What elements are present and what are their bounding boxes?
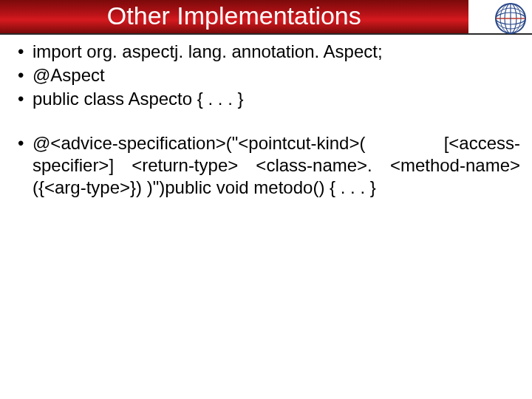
slide-title: Other Implementations	[107, 1, 361, 30]
slide-title-bar: Other Implementations	[0, 0, 468, 33]
list-item: import org. aspectj. lang. annotation. A…	[18, 41, 520, 63]
bullet-text: import org. aspectj. lang. annotation. A…	[33, 41, 383, 61]
bullet-list: @<advice-specification>("<pointcut-kind>…	[18, 132, 520, 199]
bullet-text: @Aspect	[33, 65, 105, 85]
list-item: @<advice-specification>("<pointcut-kind>…	[18, 132, 520, 199]
list-item: public class Aspecto { . . . }	[18, 88, 520, 110]
bullet-list: import org. aspectj. lang. annotation. A…	[18, 41, 520, 110]
globe-logo-icon	[495, 3, 526, 34]
list-item: @Aspect	[18, 64, 520, 86]
slide-body: import org. aspectj. lang. annotation. A…	[0, 35, 532, 199]
bullet-text: @<advice-specification>("<pointcut-kind>…	[33, 133, 520, 197]
bullet-text: public class Aspecto { . . . }	[33, 89, 244, 109]
